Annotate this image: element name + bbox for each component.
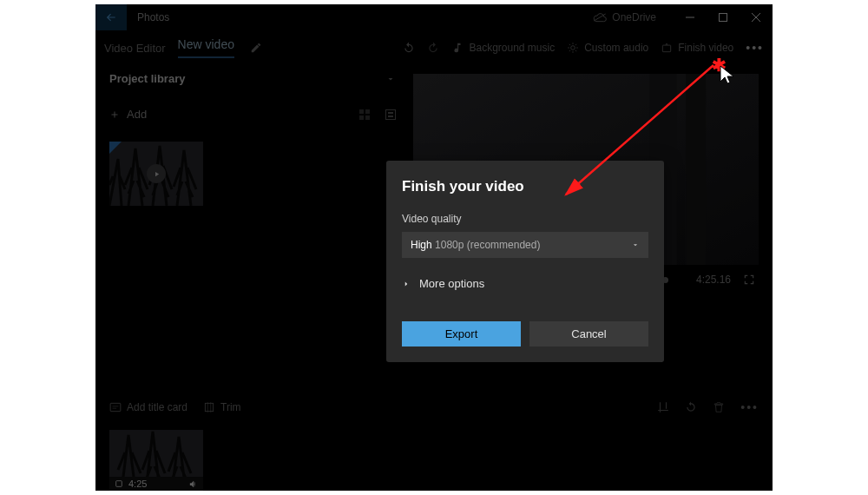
cancel-button[interactable]: Cancel <box>529 321 648 346</box>
quality-label: Video quality <box>402 213 648 225</box>
video-quality-dropdown[interactable]: High 1080p (recommended) <box>402 232 648 258</box>
more-options-label: More options <box>419 277 484 290</box>
finish-video-dialog: Finish your video Video quality High 108… <box>386 161 664 362</box>
export-button[interactable]: Export <box>402 321 521 346</box>
more-options-toggle[interactable]: More options <box>402 277 648 290</box>
quality-value-detail: 1080p (recommended) <box>435 239 540 251</box>
quality-value-high: High <box>411 239 432 251</box>
chevron-right-icon <box>402 280 411 288</box>
dialog-title: Finish your video <box>402 178 648 195</box>
photos-app-window: Photos OneDrive Video Editor New video <box>95 4 773 491</box>
cursor-icon <box>719 64 736 85</box>
chevron-down-icon <box>631 241 640 249</box>
